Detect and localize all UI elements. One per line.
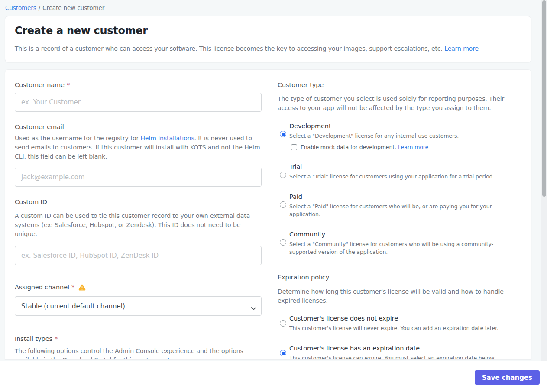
- assigned-channel-select[interactable]: Stable (current default channel): [15, 296, 262, 316]
- breadcrumb-customers-link[interactable]: Customers: [5, 4, 36, 11]
- expiration-policy-description: Determine how long this customer's licen…: [278, 287, 517, 305]
- form-left-column: Customer name * Customer email Used as t…: [15, 81, 262, 346]
- customer-email-input[interactable]: [15, 168, 262, 187]
- option-title: Customer's license has an expiration dat…: [289, 344, 517, 353]
- radio-trial[interactable]: [280, 172, 286, 178]
- save-changes-button[interactable]: Save changes: [475, 370, 540, 385]
- page-description-text: This is a record of a customer who can a…: [15, 45, 443, 52]
- option-title: Paid: [289, 193, 517, 201]
- assigned-channel-label-text: Assigned channel: [15, 283, 69, 292]
- mock-data-checkbox-label: Enable mock data for development.: [301, 144, 396, 150]
- page-description: This is a record of a customer who can a…: [15, 44, 521, 53]
- page-scrollbar-thumb[interactable]: [542, 0, 546, 197]
- helm-installations-link[interactable]: Helm Installations: [140, 135, 194, 142]
- required-asterisk: *: [55, 335, 58, 343]
- form-right-column: Customer type The type of customer you s…: [278, 81, 517, 346]
- option-description: Select a "Trial" license for customers u…: [289, 173, 517, 181]
- customer-type-option-community: Community Select a "Community" license f…: [278, 230, 517, 256]
- expiration-option-no-expire: Customer's license does not expire This …: [278, 314, 517, 332]
- radio-license-has-expiration-date[interactable]: [280, 350, 286, 356]
- expiration-policy-label: Expiration policy: [278, 273, 517, 282]
- radio-paid[interactable]: [280, 201, 286, 208]
- customer-email-desc-before: Used as the username for the registry fo…: [15, 135, 140, 142]
- page-scrollbar-track[interactable]: [541, 0, 547, 361]
- mock-data-checkbox-row: Enable mock data for development. Learn …: [291, 144, 517, 150]
- radio-community[interactable]: [280, 239, 286, 246]
- customer-type-option-trial: Trial Select a "Trial" license for custo…: [278, 163, 517, 181]
- expiration-option-has-date: Customer's license has an expiration dat…: [278, 344, 517, 360]
- footer-action-bar: Save changes: [0, 361, 547, 392]
- customer-name-label: Customer name *: [15, 81, 262, 89]
- install-types-label: Install types *: [15, 335, 262, 343]
- option-description: Select a "Community" license for custome…: [289, 240, 517, 256]
- assigned-channel-label: Assigned channel *: [15, 283, 262, 292]
- radio-license-does-not-expire[interactable]: [280, 320, 286, 327]
- mock-data-checkbox[interactable]: [291, 144, 297, 150]
- breadcrumb-current: Create new customer: [42, 4, 104, 11]
- customer-email-description: Used as the username for the registry fo…: [15, 134, 262, 161]
- option-description: Select a "Development" license for any i…: [289, 132, 517, 140]
- breadcrumb-separator: /: [39, 4, 40, 11]
- assigned-channel-select-wrap: Stable (current default channel): [15, 296, 262, 316]
- customer-form-card: Customer name * Customer email Used as t…: [5, 69, 531, 360]
- header-learn-more-link[interactable]: Learn more: [444, 45, 479, 52]
- customer-name-label-text: Customer name: [15, 81, 65, 89]
- option-description: Select a "Paid" license for customers wh…: [289, 203, 517, 218]
- customer-type-label: Customer type: [278, 81, 517, 89]
- customer-email-label-text: Customer email: [15, 123, 64, 131]
- customer-type-option-development: Development Select a "Development" licen…: [278, 122, 517, 150]
- page-header-card: Create a new customer This is a record o…: [5, 16, 531, 62]
- install-types-label-text: Install types: [15, 335, 52, 343]
- customer-type-description: The type of customer you select is used …: [278, 94, 517, 113]
- warning-icon: [78, 284, 86, 291]
- radio-development[interactable]: [280, 131, 286, 137]
- customer-email-label: Customer email: [15, 123, 262, 131]
- install-types-description: The following options control the Admin …: [15, 347, 262, 360]
- option-description: This customer's license can expire. You …: [289, 354, 517, 360]
- custom-id-label-text: Custom ID: [15, 198, 47, 206]
- option-description: This customer's license will never expir…: [289, 324, 517, 332]
- option-title: Development: [289, 122, 517, 130]
- option-title: Customer's license does not expire: [289, 314, 517, 323]
- option-title: Trial: [289, 163, 517, 171]
- customer-type-option-paid: Paid Select a "Paid" license for custome…: [278, 193, 517, 218]
- custom-id-input[interactable]: [15, 246, 262, 265]
- option-title: Community: [289, 230, 517, 239]
- required-asterisk: *: [71, 283, 74, 292]
- custom-id-label: Custom ID: [15, 198, 262, 206]
- customer-name-input[interactable]: [15, 93, 262, 112]
- install-types-desc-text: The following options control the Admin …: [15, 347, 243, 360]
- breadcrumb: Customers/Create new customer: [0, 0, 547, 16]
- mock-data-learn-more-link[interactable]: Learn more: [398, 144, 428, 150]
- required-asterisk: *: [67, 81, 70, 89]
- page-title: Create a new customer: [15, 24, 521, 37]
- install-types-learn-more-link[interactable]: Learn more: [168, 356, 202, 360]
- custom-id-description: A custom ID can be used to tie this cust…: [15, 211, 262, 239]
